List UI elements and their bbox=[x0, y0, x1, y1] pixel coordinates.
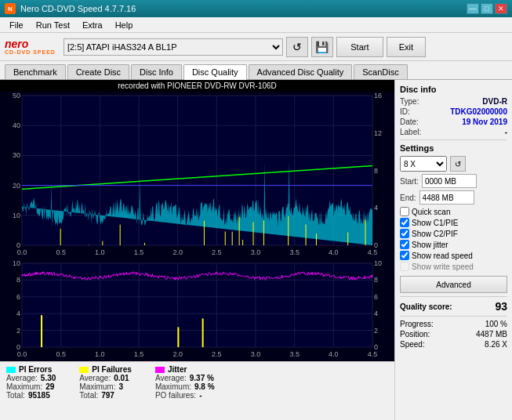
tab-disc-quality[interactable]: Disc Quality bbox=[183, 64, 247, 80]
quality-score-row: Quality score: 93 bbox=[400, 300, 507, 313]
end-label: End: bbox=[400, 194, 416, 202]
start-button[interactable]: Start bbox=[336, 37, 383, 57]
minimize-button[interactable]: — bbox=[467, 3, 479, 14]
progress-row: Progress: 100 % bbox=[400, 320, 507, 328]
tab-scan-disc[interactable]: ScanDisc bbox=[354, 64, 407, 79]
menu-run-test[interactable]: Run Test bbox=[30, 19, 76, 31]
disc-id-label: ID: bbox=[400, 107, 410, 116]
disc-id-value: TDKG02000000 bbox=[450, 107, 507, 116]
show-c1-checkbox[interactable] bbox=[400, 218, 409, 227]
speed-select[interactable]: 8 X Max 2 X 4 X 6 X bbox=[400, 156, 447, 172]
start-label: Start: bbox=[400, 177, 419, 186]
jitter-max-value: 9.8 % bbox=[194, 382, 215, 391]
quick-scan-label: Quick scan bbox=[412, 208, 450, 216]
progress-value: 100 % bbox=[485, 320, 507, 328]
disc-type-row: Type: DVD-R bbox=[400, 97, 507, 106]
nero-logo: nero CD-DVD SPEED bbox=[5, 38, 56, 55]
disc-info-title: Disc info bbox=[400, 85, 507, 94]
start-input[interactable] bbox=[422, 174, 477, 188]
top-chart-container bbox=[0, 92, 394, 259]
show-c2-checkbox[interactable] bbox=[400, 229, 409, 238]
jitter-po-value: - bbox=[199, 391, 202, 400]
show-c2-row: Show C2/PIF bbox=[400, 229, 507, 238]
menu-help[interactable]: Help bbox=[109, 19, 140, 31]
legend-jitter: Jitter Average:9.37 % Maximum:9.8 % PO f… bbox=[155, 365, 215, 400]
legend-pi-failures: PI Failures Average:0.01 Maximum:3 Total… bbox=[79, 365, 132, 400]
bottom-chart bbox=[0, 259, 394, 361]
jitter-po-label: PO failures: bbox=[155, 391, 196, 400]
show-write-speed-label: Show write speed bbox=[412, 262, 474, 271]
divider-1 bbox=[400, 139, 507, 140]
tab-benchmark[interactable]: Benchmark bbox=[5, 64, 66, 79]
disc-id-row: ID: TDKG02000000 bbox=[400, 107, 507, 116]
top-chart bbox=[0, 92, 394, 259]
pi-failures-total-label: Total: bbox=[79, 391, 98, 400]
menu-bar: File Run Test Extra Help bbox=[0, 17, 512, 33]
position-row: Position: 4487 MB bbox=[400, 330, 507, 339]
settings-refresh-button[interactable]: ↺ bbox=[450, 156, 466, 172]
save-button[interactable]: 💾 bbox=[311, 37, 333, 57]
show-write-speed-checkbox bbox=[400, 262, 409, 271]
disc-date-label: Date: bbox=[400, 118, 419, 126]
menu-file[interactable]: File bbox=[3, 19, 30, 31]
exit-button[interactable]: Exit bbox=[387, 37, 426, 57]
show-jitter-checkbox[interactable] bbox=[400, 240, 409, 249]
recorded-with-text: recorded with PIONEER DVD-RW DVR-106D bbox=[0, 80, 394, 92]
title-bar: N Nero CD-DVD Speed 4.7.7.16 — □ ✕ bbox=[0, 0, 512, 17]
app-icon: N bbox=[5, 3, 16, 14]
disc-type-label: Type: bbox=[400, 97, 419, 106]
tab-bar: Benchmark Create Disc Disc Info Disc Qua… bbox=[0, 61, 512, 80]
window-controls: — □ ✕ bbox=[467, 3, 507, 14]
close-button[interactable]: ✕ bbox=[495, 3, 507, 14]
main-content: recorded with PIONEER DVD-RW DVR-106D PI… bbox=[0, 80, 512, 420]
quality-score-value: 93 bbox=[495, 300, 507, 313]
pi-failures-title: PI Failures bbox=[92, 365, 132, 374]
tab-create-disc[interactable]: Create Disc bbox=[67, 64, 129, 79]
disc-date-row: Date: 19 Nov 2019 bbox=[400, 118, 507, 126]
jitter-color bbox=[155, 367, 165, 373]
legend-area: PI Errors Average:5.30 Maximum:29 Total:… bbox=[0, 361, 394, 420]
show-c1-row: Show C1/PIE bbox=[400, 218, 507, 227]
show-jitter-row: Show jitter bbox=[400, 240, 507, 249]
speed-value: 8.26 X bbox=[485, 340, 507, 349]
divider-3 bbox=[400, 316, 507, 317]
divider-2 bbox=[400, 296, 507, 297]
show-read-speed-checkbox[interactable] bbox=[400, 251, 409, 260]
toolbar: nero CD-DVD SPEED [2:5] ATAPI iHAS324 A … bbox=[0, 33, 512, 61]
advanced-button[interactable]: Advanced bbox=[400, 276, 507, 293]
bottom-chart-container bbox=[0, 259, 394, 361]
cd-dvd-speed-text: CD-DVD SPEED bbox=[5, 49, 56, 55]
maximize-button[interactable]: □ bbox=[481, 3, 493, 14]
nero-name: nero bbox=[5, 38, 56, 49]
quick-scan-row: Quick scan bbox=[400, 207, 507, 216]
pi-errors-title: PI Errors bbox=[19, 365, 52, 374]
progress-label: Progress: bbox=[400, 320, 434, 328]
disc-type-value: DVD-R bbox=[482, 97, 507, 106]
menu-extra[interactable]: Extra bbox=[76, 19, 109, 31]
refresh-button[interactable]: ↺ bbox=[286, 37, 308, 57]
window-title: Nero CD-DVD Speed 4.7.7.16 bbox=[20, 4, 136, 13]
info-panel: Disc info Type: DVD-R ID: TDKG02000000 D… bbox=[394, 80, 512, 420]
pi-failures-total-value: 797 bbox=[101, 391, 114, 400]
pi-errors-total-value: 95185 bbox=[28, 391, 50, 400]
tab-disc-info[interactable]: Disc Info bbox=[131, 64, 182, 79]
chart-section: recorded with PIONEER DVD-RW DVR-106D PI… bbox=[0, 80, 394, 420]
show-jitter-label: Show jitter bbox=[412, 241, 448, 249]
pi-errors-color bbox=[6, 367, 16, 373]
show-c1-label: Show C1/PIE bbox=[412, 219, 458, 227]
disc-label-row: Label: - bbox=[400, 128, 507, 136]
tab-advanced-disc-quality[interactable]: Advanced Disc Quality bbox=[249, 64, 353, 79]
drive-select[interactable]: [2:5] ATAPI iHAS324 A BL1P bbox=[64, 38, 283, 56]
jitter-title: Jitter bbox=[168, 365, 187, 374]
quality-score-label: Quality score: bbox=[400, 302, 452, 311]
show-c2-label: Show C2/PIF bbox=[412, 230, 458, 238]
pi-errors-avg-value: 5.30 bbox=[41, 374, 56, 382]
end-input[interactable] bbox=[419, 190, 474, 205]
quick-scan-checkbox[interactable] bbox=[400, 207, 409, 216]
pi-errors-max-value: 29 bbox=[45, 382, 54, 391]
pi-failures-color bbox=[79, 367, 89, 373]
pi-failures-avg-value: 0.01 bbox=[114, 374, 129, 382]
end-row: End: bbox=[400, 190, 507, 205]
disc-date-value: 19 Nov 2019 bbox=[462, 118, 507, 126]
pi-failures-max-label: Maximum: bbox=[79, 382, 115, 391]
